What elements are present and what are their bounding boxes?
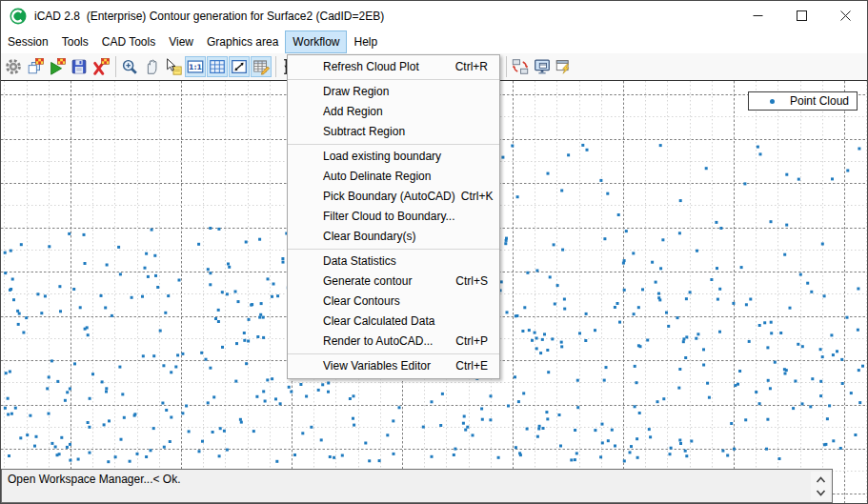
menu-tools[interactable]: Tools: [55, 30, 95, 53]
app-icon: [10, 8, 27, 25]
app-window: iCAD 2.8 (Enterprise) Contour generation…: [0, 0, 868, 504]
menu-item-subtract-region[interactable]: Subtract Region: [288, 122, 499, 142]
settings-gear-icon[interactable]: [3, 56, 24, 77]
fit-extents-icon[interactable]: [229, 56, 250, 77]
title-bar: iCAD 2.8 (Enterprise) Contour generation…: [1, 1, 867, 30]
toolbar-separator: [275, 56, 276, 77]
menu-item-label: Auto Delinate Region: [323, 167, 431, 187]
status-text: Open Workspace Manager...< Ok.: [8, 473, 181, 486]
menu-item-label: Data Statistics: [323, 252, 396, 272]
menu-session[interactable]: Session: [1, 30, 55, 53]
legend: Point Cloud: [748, 91, 858, 111]
menu-item-shortcut: Ctrl+E: [450, 356, 488, 376]
legend-label: Point Cloud: [790, 94, 849, 108]
window-title: iCAD 2.8 (Enterprise) Contour generation…: [34, 10, 384, 23]
menu-item-clear-contours[interactable]: Clear Contours: [288, 292, 499, 312]
menu-item-clear-boundary-s[interactable]: Clear Boundary(s): [288, 227, 499, 247]
menu-view[interactable]: View: [162, 30, 200, 53]
scroll-up-button[interactable]: [814, 474, 828, 484]
menu-help[interactable]: Help: [347, 30, 384, 53]
menu-item-label: Clear Calculated Data: [323, 312, 434, 332]
pan-hand-icon[interactable]: [141, 56, 162, 77]
new-workspace-icon[interactable]: [25, 56, 46, 77]
status-bar: Open Workspace Manager...< Ok.: [1, 469, 833, 503]
menu-item-label: Load existing boundary: [323, 147, 441, 167]
menu-item-label: Render to AutoCAD...: [323, 332, 433, 352]
menu-item-label: Pick Boundary (AutoCAD): [323, 187, 455, 207]
menu-separator: [288, 144, 499, 145]
status-scrollbar: [811, 472, 830, 500]
menu-item-label: Refresh Cloud Plot: [323, 57, 419, 77]
menu-item-shortcut: Ctrl+P: [450, 332, 488, 352]
maximize-button[interactable]: [779, 1, 823, 30]
edit-table-icon[interactable]: [251, 56, 272, 77]
menu-separator: [288, 79, 499, 80]
menu-graphics-area[interactable]: Graphics area: [200, 30, 285, 53]
menu-item-shortcut: Ctrl+R: [450, 57, 488, 77]
menu-cad-tools[interactable]: CAD Tools: [95, 30, 162, 53]
menu-item-clear-calculated-data[interactable]: Clear Calculated Data: [288, 312, 499, 332]
render-dialog-icon[interactable]: [554, 56, 575, 77]
menu-item-draw-region[interactable]: Draw Region: [288, 82, 499, 102]
zoom-in-icon[interactable]: [119, 56, 140, 77]
display-monitor-icon[interactable]: [532, 56, 553, 77]
menu-item-label: Subtract Region: [323, 122, 405, 142]
toolbar-separator: [115, 56, 116, 77]
scroll-down-button[interactable]: [814, 488, 828, 497]
menu-item-label: Clear Contours: [323, 292, 400, 312]
grid-toggle-icon[interactable]: [207, 56, 228, 77]
menu-item-filter-cloud-to-boundary[interactable]: Filter Cloud to Boundary...: [288, 207, 499, 227]
svg-text:1:1: 1:1: [189, 63, 202, 71]
menu-item-refresh-cloud-plot[interactable]: Refresh Cloud PlotCtrl+R: [288, 57, 499, 77]
menu-item-label: View Variables Editor: [323, 356, 431, 376]
menu-item-generate-contour[interactable]: Generate contourCtrl+S: [288, 272, 499, 292]
menu-item-load-existing-boundary[interactable]: Load existing boundary: [288, 147, 499, 167]
menu-item-pick-boundary-autocad[interactable]: Pick Boundary (AutoCAD)Ctrl+K: [288, 187, 499, 207]
flow-refresh-icon[interactable]: [510, 56, 531, 77]
menu-item-shortcut: Ctrl+K: [455, 187, 494, 207]
workflow-menu: Refresh Cloud PlotCtrl+RDraw RegionAdd R…: [287, 54, 500, 379]
menu-item-label: Add Region: [323, 102, 383, 122]
save-icon[interactable]: [69, 56, 90, 77]
window-controls: [736, 1, 867, 30]
menu-item-label: Clear Boundary(s): [323, 227, 415, 247]
minimize-button[interactable]: [736, 1, 779, 30]
menu-item-auto-delinate-region[interactable]: Auto Delinate Region: [288, 167, 499, 187]
menu-separator: [288, 353, 499, 354]
menu-item-view-variables-editor[interactable]: View Variables EditorCtrl+E: [288, 356, 499, 376]
menu-item-render-to-autocad[interactable]: Render to AutoCAD...Ctrl+P: [288, 332, 499, 352]
menu-item-add-region[interactable]: Add Region: [288, 102, 499, 122]
annotate-cursor-icon[interactable]: [163, 56, 184, 77]
menu-item-label: Draw Region: [323, 82, 389, 102]
menu-separator: [288, 249, 499, 250]
menu-bar: SessionToolsCAD ToolsViewGraphics areaWo…: [1, 30, 867, 53]
delete-workspace-icon[interactable]: [91, 56, 111, 77]
menu-item-label: Filter Cloud to Boundary...: [323, 207, 455, 227]
menu-workflow[interactable]: Workflow: [285, 30, 347, 53]
close-button[interactable]: [823, 1, 867, 30]
menu-item-shortcut: Ctrl+S: [450, 272, 488, 292]
toolbar-separator: [506, 56, 507, 77]
run-workflow-icon[interactable]: [47, 56, 68, 77]
menu-item-data-statistics[interactable]: Data Statistics: [288, 252, 499, 272]
menu-item-label: Generate contour: [323, 272, 412, 292]
point-cloud-marker: [770, 99, 775, 104]
scale-1to1-icon[interactable]: 1:1: [185, 56, 206, 77]
